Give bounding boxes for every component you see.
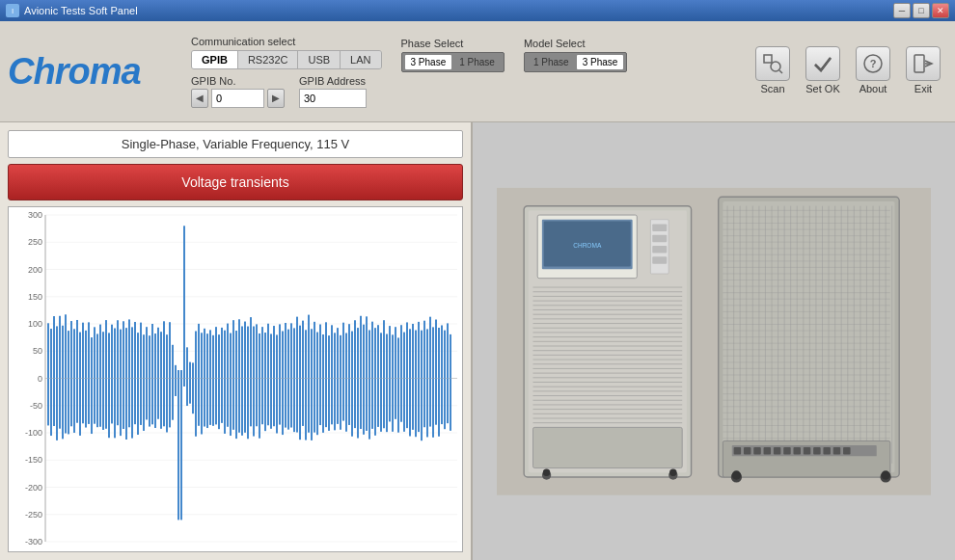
chart-container: 300 250 200 150 100 50 0 -50 -100 -150 -… xyxy=(8,206,463,552)
svg-point-82 xyxy=(669,468,677,476)
about-icon: ? xyxy=(856,46,890,81)
scan-icon xyxy=(755,46,790,81)
title-bar: I Avionic Tests Soft Panel ─ □ ✕ xyxy=(0,0,955,21)
gpib-address-input[interactable] xyxy=(299,89,367,108)
svg-line-2 xyxy=(779,70,782,73)
phase-group: Phase Select 3 Phase 1 Phase xyxy=(401,38,505,72)
gpib-no-label: GPIB No. xyxy=(191,75,285,87)
svg-rect-165 xyxy=(843,447,851,455)
gpib-address-label: GPIB Address xyxy=(299,75,367,87)
right-panel: CHROMA xyxy=(473,122,955,560)
gpib-no-wrap: ◀ ▶ xyxy=(191,89,285,108)
svg-rect-161 xyxy=(804,447,811,455)
tab-gpib[interactable]: GPIB xyxy=(192,51,238,68)
voltage-transients-button[interactable]: Voltage transients xyxy=(8,164,463,200)
panel-area: Single-Phase, Variable Frequency, 115 V … xyxy=(0,122,955,560)
gpib-no-spinner-left[interactable]: ◀ xyxy=(191,89,208,108)
gpib-no-input[interactable] xyxy=(211,89,264,108)
svg-point-81 xyxy=(543,468,551,476)
comm-group: Communication select GPIB RS232C USB LAN… xyxy=(191,36,382,108)
svg-rect-163 xyxy=(823,447,831,455)
tab-usb[interactable]: USB xyxy=(298,51,341,68)
svg-text:?: ? xyxy=(870,58,877,69)
svg-rect-162 xyxy=(813,447,821,455)
svg-rect-5 xyxy=(914,55,924,72)
setok-label: Set OK xyxy=(805,83,839,94)
model-toggle: 1 Phase 3 Phase xyxy=(524,52,627,72)
window-title: Avionic Tests Soft Panel xyxy=(24,5,138,16)
scan-label: Scan xyxy=(760,83,784,94)
gpib-address-field: GPIB Address xyxy=(299,75,367,108)
svg-rect-155 xyxy=(744,447,751,455)
svg-rect-164 xyxy=(833,447,841,455)
comm-section: Communication select GPIB RS232C USB LAN… xyxy=(191,36,749,108)
gpib-no-field: GPIB No. ◀ ▶ xyxy=(191,75,285,108)
gpib-no-spinner-right[interactable]: ▶ xyxy=(267,89,285,108)
phase-select-label: Phase Select xyxy=(401,38,505,49)
svg-rect-158 xyxy=(774,447,781,455)
svg-rect-0 xyxy=(764,55,772,63)
model-select-label: Model Select xyxy=(524,38,627,49)
setok-button[interactable]: Set OK xyxy=(799,46,847,94)
exit-button[interactable]: Exit xyxy=(899,46,947,94)
toolbar-right: Scan Set OK xyxy=(749,46,947,96)
logo-area: Chroma xyxy=(8,53,181,90)
chroma-logo: Chroma xyxy=(8,53,181,90)
svg-point-169 xyxy=(881,470,889,479)
svg-rect-78 xyxy=(533,427,683,467)
gpib-row: GPIB No. ◀ ▶ GPIB Address xyxy=(191,75,382,108)
model-3-option[interactable]: 3 Phase xyxy=(577,55,624,69)
equipment-illustration: CHROMA xyxy=(497,145,931,539)
model-1-option[interactable]: 1 Phase xyxy=(528,55,575,69)
gpib-address-wrap xyxy=(299,89,367,108)
chart-canvas xyxy=(9,207,462,551)
svg-point-1 xyxy=(771,62,780,71)
svg-rect-154 xyxy=(734,447,742,455)
about-label: About xyxy=(860,83,887,94)
window-controls: ─ □ ✕ xyxy=(893,3,949,18)
maximize-button[interactable]: □ xyxy=(913,3,930,18)
app-icon: I xyxy=(6,4,19,17)
close-button[interactable]: ✕ xyxy=(932,3,949,18)
model-group: Model Select 1 Phase 3 Phase xyxy=(524,38,627,72)
svg-rect-44 xyxy=(652,234,667,242)
svg-rect-160 xyxy=(794,447,802,455)
phase-toggle: 3 Phase 1 Phase xyxy=(401,52,505,72)
svg-text:CHROMA: CHROMA xyxy=(573,242,602,249)
about-button[interactable]: ? About xyxy=(849,46,897,94)
svg-rect-43 xyxy=(652,224,667,231)
setok-icon xyxy=(805,46,840,81)
left-panel: Single-Phase, Variable Frequency, 115 V … xyxy=(0,122,473,560)
scan-button[interactable]: Scan xyxy=(749,46,797,94)
phase-1-option[interactable]: 1 Phase xyxy=(453,55,501,69)
toolbar: Chroma Communication select GPIB RS232C … xyxy=(0,21,955,122)
svg-rect-157 xyxy=(764,447,772,455)
comm-tabs: GPIB RS232C USB LAN xyxy=(191,50,382,69)
comm-label: Communication select xyxy=(191,36,382,47)
phase-3-option[interactable]: 3 Phase xyxy=(405,55,452,69)
exit-label: Exit xyxy=(914,83,932,94)
main-window: Chroma Communication select GPIB RS232C … xyxy=(0,21,955,560)
svg-rect-45 xyxy=(652,246,667,253)
config-display: Single-Phase, Variable Frequency, 115 V xyxy=(8,130,463,158)
exit-icon xyxy=(906,46,941,81)
minimize-button[interactable]: ─ xyxy=(893,3,911,18)
svg-rect-159 xyxy=(783,447,791,455)
settings-area: Communication select GPIB RS232C USB LAN… xyxy=(181,36,749,108)
svg-point-168 xyxy=(732,470,741,479)
svg-rect-46 xyxy=(652,256,667,264)
svg-rect-156 xyxy=(753,447,761,455)
action-row: Scan Set OK xyxy=(749,46,947,94)
tab-lan[interactable]: LAN xyxy=(341,51,380,68)
tab-rs232c[interactable]: RS232C xyxy=(238,51,299,68)
